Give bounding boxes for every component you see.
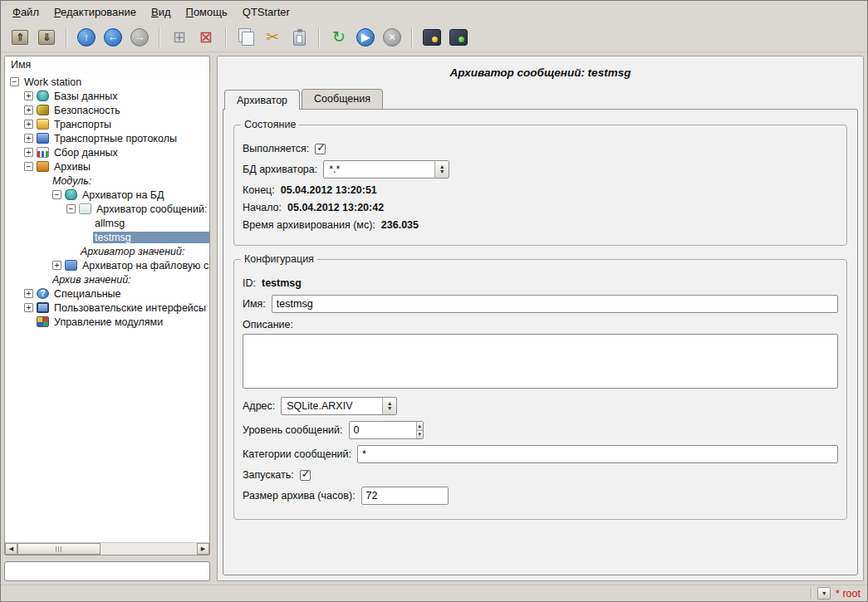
tree-item[interactable]: Управление модулями [5,315,209,329]
spin-up-icon[interactable] [417,422,423,431]
collapse-icon[interactable]: − [24,162,33,171]
scrollbar-track[interactable] [101,543,197,555]
expander-spacer [81,218,90,228]
add-item-button[interactable]: ⊞ [167,25,192,50]
stop-updating-icon: × [383,28,401,46]
tree-item[interactable]: −Архиватор на БД [5,188,209,202]
tree-item[interactable]: +Пользовательские интерфейсы [5,301,209,315]
collapse-icon[interactable]: − [10,77,19,86]
tree-item[interactable]: −Архиватор сообщений: [5,202,209,216]
description-textarea[interactable] [243,334,838,389]
address-row: Адрес: SQLite.ARXIV [243,397,838,415]
menu-item[interactable]: Редактирование [47,2,143,22]
tree-item[interactable]: +Архиватор на файловую систему [5,258,209,272]
expand-icon[interactable]: + [24,303,33,312]
tree-item[interactable]: +Транспортные протоколы [5,131,209,145]
scroll-right-icon[interactable] [197,543,209,555]
address-combobox[interactable]: SQLite.ARXIV [281,397,397,415]
tree-item[interactable]: −Work station [5,75,209,89]
menu-item[interactable]: QTStarter [236,2,297,22]
expand-icon[interactable]: + [24,289,33,298]
expand-icon[interactable]: + [24,91,33,100]
tree-item[interactable]: Архив значений: [5,272,209,286]
menu-item[interactable]: Помощь [179,2,234,22]
paste-item-icon [293,31,306,46]
combobox-arrows-icon[interactable] [382,398,396,414]
tree-item[interactable]: −Архивы [5,159,209,174]
config-group-title: Конфигурация [241,253,317,265]
tree-item-label: Транспорты [52,119,209,130]
up-level-button[interactable]: ↑ [74,25,99,50]
tree-item-label: Архиватор на БД [81,189,209,201]
scrollbar-thumb[interactable] [17,543,101,555]
up-level-icon: ↑ [77,28,96,46]
tree-item[interactable]: allmsg [5,216,209,230]
expander-spacer [38,176,47,185]
tab-archiver[interactable]: Архиватор [224,90,300,110]
tree-item[interactable]: +Специальные [5,286,209,301]
tree-item[interactable]: +Базы данных [5,89,209,103]
copy-item-button[interactable] [233,25,258,50]
toolbar-separator [159,27,160,47]
tree-item[interactable]: Модуль: [5,174,209,188]
collapse-icon[interactable]: − [52,190,61,199]
qtcfg-launch-button[interactable] [419,25,444,50]
delete-item-button[interactable]: ⊠ [194,25,218,50]
menu-item[interactable]: Файл [6,2,46,22]
name-input[interactable] [272,295,838,313]
vision-launch-button[interactable] [446,25,471,50]
tree-item[interactable]: +Транспорты [5,117,209,131]
message-level-input[interactable] [350,422,416,438]
splitter[interactable] [210,56,217,581]
user-dropdown-icon[interactable] [817,587,831,600]
archive-size-input[interactable] [361,487,449,505]
expander-spacer [24,317,33,326]
save-to-db-button[interactable]: ⇓ [34,25,59,50]
archives-icon [37,161,49,172]
load-from-db-button[interactable]: ⇑ [7,25,32,50]
menu-item[interactable]: Вид [145,2,178,22]
expand-icon[interactable]: + [24,148,33,157]
paste-item-button[interactable] [287,25,311,50]
back-button[interactable]: ← [101,25,125,50]
horizontal-scrollbar[interactable] [5,542,209,555]
archive-size-label: Размер архива (часов): [243,490,356,502]
qtcfg-launch-icon [423,29,441,46]
tree-item[interactable]: Архиватор значений: [5,244,209,258]
start-updating-button[interactable]: ▶ [353,25,378,50]
combobox-arrows-icon[interactable] [434,161,449,178]
description-label: Описание: [243,319,838,330]
toolbar-separator [225,27,227,47]
start-updating-icon: ▶ [356,28,375,46]
tree-item[interactable]: +Сбор данных [5,145,209,159]
refresh-button[interactable]: ↻ [326,25,351,50]
forward-button[interactable]: → [127,25,152,50]
expand-icon[interactable]: + [24,120,33,129]
expand-icon[interactable]: + [52,261,61,270]
collapse-icon[interactable]: − [66,204,76,213]
start-checkbox[interactable] [300,470,311,481]
spin-down-icon[interactable] [417,431,423,439]
running-row: Выполняется: [243,143,838,154]
cut-item-button[interactable]: ✂ [260,25,285,50]
current-user[interactable]: * root [836,588,861,600]
save-to-db-icon: ⇓ [38,30,55,45]
archive-size-row: Размер архива (часов): [243,487,838,505]
message-categories-input[interactable] [357,445,838,463]
expand-icon[interactable]: + [24,105,33,115]
page-title: Архиватор сообщений: testmsg [218,66,863,79]
scroll-left-icon[interactable] [5,543,17,555]
tree-item-label: Архиватор на файловую систему [81,260,209,272]
tree-filter-input[interactable] [4,561,210,581]
archiver-db-combobox[interactable]: *.* [323,160,449,179]
message-level-spinbox[interactable] [349,421,424,439]
db-arch-icon [65,189,77,200]
tree-item[interactable]: testmsg [5,230,209,244]
tree-item-label: Безопасность [52,105,209,116]
modules-icon [37,316,49,327]
running-checkbox[interactable] [315,144,326,154]
expand-icon[interactable]: + [24,134,33,143]
tree-item[interactable]: +Безопасность [5,103,209,117]
tab-messages[interactable]: Сообщения [302,89,383,109]
stop-updating-button[interactable]: × [380,25,405,50]
